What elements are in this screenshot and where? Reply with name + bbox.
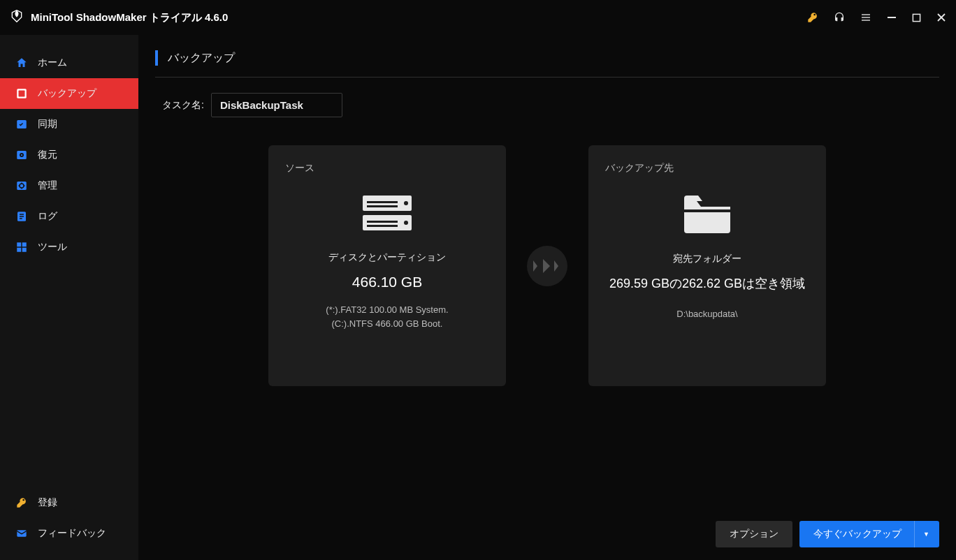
- sidebar-item-backup[interactable]: バックアップ: [0, 78, 138, 109]
- source-detail-line: (*:).FAT32 100.00 MB System.: [326, 303, 448, 317]
- svg-point-31: [404, 221, 408, 225]
- taskname-row: タスク名:: [162, 93, 939, 117]
- svg-rect-3: [888, 17, 896, 18]
- page-accent-bar: [155, 50, 158, 66]
- svg-rect-29: [367, 221, 398, 223]
- dest-space: 269.59 GBの262.62 GBは空き領域: [609, 275, 805, 292]
- home-icon: [15, 57, 28, 69]
- options-button[interactable]: オプション: [716, 521, 792, 547]
- svg-rect-26: [367, 201, 398, 203]
- arrow-separator: [527, 145, 567, 386]
- sidebar: ホーム バックアップ 同期 復元: [0, 35, 138, 560]
- sidebar-item-restore[interactable]: 復元: [0, 140, 138, 170]
- cards-row: ソース ディスクとパーティ: [155, 145, 939, 386]
- source-card-title: ソース: [285, 162, 489, 175]
- tools-icon: [15, 241, 28, 253]
- source-detail-line: (C:).NTFS 466.00 GB Boot.: [326, 317, 448, 331]
- chevron-down-icon: ▼: [914, 521, 929, 547]
- sidebar-register-label: 登録: [38, 496, 57, 509]
- svg-point-28: [404, 201, 408, 205]
- page-header: バックアップ: [155, 50, 939, 78]
- taskname-input[interactable]: [211, 93, 342, 117]
- source-size: 466.10 GB: [352, 274, 422, 290]
- menu-icon[interactable]: [860, 12, 871, 23]
- app-title: MiniTool ShadowMaker トライアル 4.6.0: [31, 11, 228, 24]
- svg-rect-19: [17, 242, 21, 246]
- backup-now-button[interactable]: 今すぐバックアップ ▼: [799, 521, 939, 547]
- source-subtitle: ディスクとパーティション: [328, 251, 446, 264]
- svg-rect-22: [22, 248, 27, 252]
- backup-icon: [15, 87, 28, 100]
- svg-point-12: [21, 154, 22, 156]
- sidebar-item-manage[interactable]: 管理: [0, 170, 138, 201]
- source-card[interactable]: ソース ディスクとパーティ: [268, 145, 506, 386]
- maximize-button[interactable]: [912, 13, 921, 22]
- dest-subtitle: 宛先フォルダー: [673, 253, 741, 265]
- svg-rect-27: [367, 205, 398, 207]
- window-controls: [807, 12, 946, 23]
- app-logo-icon: [10, 9, 24, 26]
- svg-rect-1: [862, 17, 870, 17]
- dest-path: D:\backupdata\: [676, 309, 737, 319]
- svg-rect-21: [17, 248, 21, 252]
- svg-rect-32: [684, 209, 730, 212]
- minimize-button[interactable]: [887, 13, 897, 22]
- destination-card[interactable]: バックアップ先 宛先フォルダー 269.59 GBの262.62 GBは空き領域…: [588, 145, 826, 386]
- sidebar-feedback-label: フィードバック: [38, 527, 106, 540]
- sidebar-label: ログ: [38, 210, 57, 223]
- bottom-action-bar: オプション 今すぐバックアップ ▼: [716, 521, 939, 547]
- sidebar-register[interactable]: 登録: [0, 487, 138, 518]
- sidebar-item-log[interactable]: ログ: [0, 201, 138, 232]
- svg-rect-0: [862, 14, 870, 15]
- sidebar-label: ツール: [38, 241, 67, 253]
- arrow-icon: [527, 246, 567, 286]
- svg-rect-4: [913, 14, 920, 21]
- taskname-label: タスク名:: [162, 99, 204, 112]
- key-icon: [15, 496, 28, 509]
- titlebar: MiniTool ShadowMaker トライアル 4.6.0: [0, 0, 956, 35]
- sidebar-label: 管理: [38, 179, 57, 192]
- sidebar-item-sync[interactable]: 同期: [0, 109, 138, 140]
- folder-icon: [680, 193, 734, 239]
- headset-icon[interactable]: [834, 12, 845, 23]
- main-content: バックアップ タスク名: ソース: [138, 35, 956, 560]
- sidebar-item-home[interactable]: ホーム: [0, 47, 138, 78]
- close-button[interactable]: [936, 13, 946, 22]
- svg-rect-2: [862, 20, 870, 20]
- source-details: (*:).FAT32 100.00 MB System. (C:).NTFS 4…: [326, 303, 448, 330]
- svg-rect-30: [367, 225, 398, 227]
- sidebar-item-tools[interactable]: ツール: [0, 232, 138, 263]
- svg-rect-20: [22, 242, 27, 246]
- sidebar-label: バックアップ: [38, 87, 96, 100]
- restore-icon: [15, 149, 28, 161]
- options-button-label: オプション: [730, 528, 778, 540]
- sync-icon: [15, 118, 28, 131]
- mail-icon: [15, 527, 28, 540]
- log-icon: [15, 210, 28, 223]
- sidebar-label: 復元: [38, 149, 57, 161]
- key-icon[interactable]: [807, 12, 818, 23]
- page-title: バックアップ: [168, 51, 235, 66]
- disk-icon: [360, 193, 414, 237]
- backup-now-label: 今すぐバックアップ: [813, 528, 901, 540]
- sidebar-label: 同期: [38, 118, 57, 131]
- sidebar-feedback[interactable]: フィードバック: [0, 518, 138, 549]
- dest-card-title: バックアップ先: [605, 162, 809, 175]
- svg-rect-8: [19, 91, 25, 97]
- sidebar-label: ホーム: [38, 57, 67, 69]
- manage-icon: [15, 179, 28, 192]
